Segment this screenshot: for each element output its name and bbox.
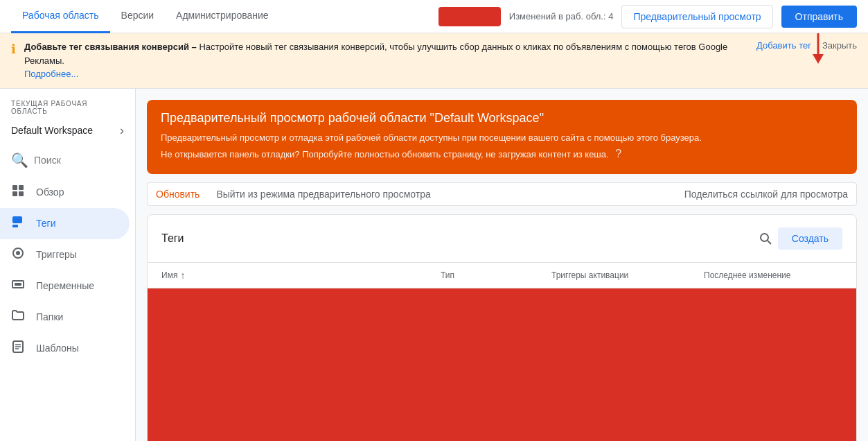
notification-highlight: Добавьте тег связывания конверсий –	[24, 42, 197, 52]
templates-label: Шаблоны	[36, 343, 79, 354]
nav-tabs: Рабочая область Версии Администрирование	[11, 0, 280, 33]
col-last-modified: Последнее изменение	[704, 270, 842, 281]
sidebar-item-folders[interactable]: Папки	[0, 302, 130, 333]
overview-label: Обзор	[36, 187, 64, 198]
search-input[interactable]	[34, 155, 136, 166]
svg-rect-6	[12, 216, 22, 223]
tags-icon	[11, 215, 25, 232]
variables-icon	[11, 277, 25, 295]
tags-label: Теги	[36, 218, 55, 229]
create-tag-button[interactable]: Создать	[778, 227, 842, 250]
red-arrow-indicator	[811, 33, 825, 66]
share-link-button[interactable]: Поделиться ссылкой для просмотра	[684, 189, 848, 200]
tags-title: Теги	[161, 232, 753, 245]
col-last-modified-label: Последнее изменение	[704, 270, 790, 280]
search-container: 🔍	[0, 146, 135, 177]
changes-info: Изменений в раб. обл.: 4	[509, 11, 614, 21]
col-type: Тип	[441, 270, 551, 281]
info-icon: ℹ	[11, 42, 16, 57]
col-triggers: Триггеры активации	[551, 270, 704, 281]
overview-icon	[11, 184, 25, 201]
preview-banner-title: Предварительный просмотр рабочей области…	[161, 111, 843, 126]
col-name-label: Имя	[161, 270, 177, 280]
sidebar-item-templates[interactable]: Шаблоны	[0, 333, 130, 364]
svg-point-9	[16, 251, 20, 255]
svg-rect-4	[12, 191, 17, 196]
chevron-right-icon: ›	[120, 123, 124, 138]
refresh-button[interactable]: Обновить	[156, 189, 200, 200]
preview-desc-line2: Не открывается панель отладки? Попробуйт…	[161, 149, 609, 159]
svg-rect-3	[19, 185, 24, 190]
top-nav: Рабочая область Версии Администрирование…	[0, 0, 868, 33]
svg-line-17	[768, 241, 771, 244]
col-triggers-label: Триггеры активации	[551, 270, 628, 280]
svg-point-16	[761, 234, 768, 241]
sort-icon[interactable]: ↑	[180, 270, 185, 281]
sidebar: ТЕКУЩАЯ РАБОЧАЯ ОБЛАСТЬ Default Workspac…	[0, 89, 136, 442]
svg-rect-2	[12, 185, 17, 190]
workspace-name-text: Default Workspace	[11, 125, 93, 136]
svg-rect-11	[15, 283, 21, 286]
exit-preview-button[interactable]: Выйти из режима предварительного просмот…	[216, 189, 430, 200]
tags-search-button[interactable]	[753, 226, 778, 251]
col-type-label: Тип	[441, 270, 454, 280]
tab-workspace[interactable]: Рабочая область	[11, 0, 110, 33]
preview-banner-desc: Предварительный просмотр и отладка этой …	[161, 131, 843, 163]
variables-label: Переменные	[36, 280, 94, 291]
sidebar-item-variables[interactable]: Переменные	[0, 270, 130, 302]
preview-actions: Обновить Выйти из режима предварительног…	[147, 182, 857, 206]
triggers-label: Триггеры	[36, 249, 77, 260]
notification-banner: ℹ Добавьте тег связывания конверсий – На…	[0, 33, 868, 89]
content-area: Предварительный просмотр рабочей области…	[136, 89, 868, 442]
preview-banner: Предварительный просмотр рабочей области…	[147, 100, 857, 174]
notification-text: Добавьте тег связывания конверсий – Наст…	[24, 40, 748, 81]
notification-actions: Добавить тег Закрыть	[756, 40, 857, 51]
top-nav-right: Изменений в раб. обл.: 4 Предварительный…	[439, 5, 857, 28]
sidebar-item-overview[interactable]: Обзор	[0, 177, 130, 208]
preview-desc-line1: Предварительный просмотр и отладка этой …	[161, 132, 702, 143]
workspace-name-button[interactable]: Default Workspace ›	[11, 121, 124, 141]
tags-card: Теги Создать Имя ↑ Тип Триггеры активаци…	[147, 214, 857, 441]
sidebar-item-triggers[interactable]: Триггеры	[0, 239, 130, 270]
help-icon: ?	[615, 148, 621, 159]
close-notification-button[interactable]: Закрыть	[822, 40, 857, 51]
workspace-section: ТЕКУЩАЯ РАБОЧАЯ ОБЛАСТЬ Default Workspac…	[0, 89, 135, 146]
main-layout: ТЕКУЩАЯ РАБОЧАЯ ОБЛАСТЬ Default Workspac…	[0, 89, 868, 442]
table-header: Имя ↑ Тип Триггеры активации Последнее и…	[148, 263, 856, 288]
add-tag-button[interactable]: Добавить тег	[756, 40, 811, 51]
folders-icon	[11, 309, 25, 326]
tab-admin[interactable]: Администрирование	[165, 0, 280, 33]
folders-label: Папки	[36, 311, 63, 322]
svg-rect-5	[19, 191, 24, 196]
triggers-icon	[11, 246, 25, 263]
workspace-label: ТЕКУЩАЯ РАБОЧАЯ ОБЛАСТЬ	[11, 100, 124, 115]
tags-header: Теги Создать	[148, 215, 856, 263]
sidebar-item-tags[interactable]: Теги	[0, 208, 130, 239]
changes-badge	[439, 7, 501, 26]
preview-button[interactable]: Предварительный просмотр	[621, 5, 772, 28]
templates-icon	[11, 340, 25, 357]
notification-link[interactable]: Подробнее...	[24, 69, 78, 79]
col-name: Имя ↑	[161, 270, 441, 281]
svg-marker-1	[813, 54, 824, 64]
search-icon: 🔍	[11, 152, 28, 168]
tab-versions[interactable]: Версии	[110, 0, 166, 33]
submit-button[interactable]: Отправить	[781, 6, 857, 28]
svg-rect-7	[12, 225, 18, 227]
table-red-area	[148, 288, 856, 441]
nav-items: Обзор Теги Триггеры Переменные	[0, 177, 135, 364]
